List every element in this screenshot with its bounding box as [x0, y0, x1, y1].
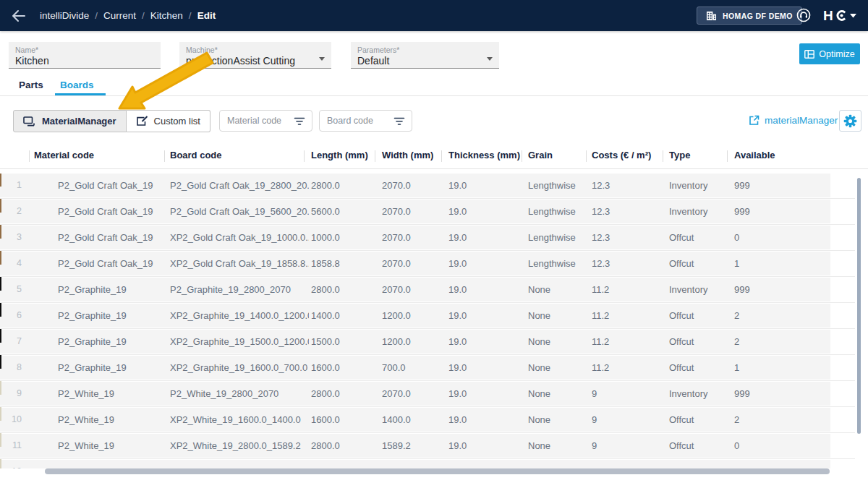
top-bar: intelliDivide / Current / Kitchen / Edit… — [0, 0, 868, 31]
table-row[interactable]: 11 P2_White_19 XP2_White_19_2800.0_1589.… — [0, 434, 830, 460]
material-code-filter[interactable] — [219, 110, 312, 132]
cell-board-code: P2_White_19_2800_2070 — [170, 382, 309, 406]
table-row[interactable]: 3 P2_Gold Craft Oak_19 XP2_Gold Craft Oa… — [0, 226, 830, 252]
cell-costs: 9 — [592, 408, 658, 432]
cell-board-code: XP2_White_19_1600.0_1400.0 — [170, 408, 309, 432]
name-input[interactable] — [9, 54, 161, 67]
breadcrumb-item[interactable]: Kitchen — [150, 10, 183, 21]
tab-boards[interactable]: Boards — [60, 80, 94, 90]
board-code-filter[interactable] — [319, 110, 412, 132]
back-arrow-icon[interactable] — [10, 7, 27, 25]
cell-grain: None — [528, 304, 587, 328]
cell-type: Offcut — [669, 304, 731, 328]
cell-costs: 11.2 — [592, 304, 658, 328]
cell-type: Offcut — [669, 330, 731, 354]
cell-width: 2070.0 — [382, 278, 443, 301]
cell-grain: Lengthwise — [528, 200, 587, 223]
cell-width: 2070.0 — [382, 382, 443, 406]
custom-list-toggle[interactable]: Custom list — [127, 110, 210, 132]
cell-length: 800.0 — [311, 460, 376, 468]
custom-list-toggle-label: Custom list — [154, 116, 200, 127]
cell-available: 2 — [734, 304, 821, 328]
vertical-scrollbar-thumb[interactable] — [857, 178, 861, 434]
cell-board-code: XP2_Graphite_19_1600.0_700.0 — [170, 356, 309, 380]
material-manager-toggle[interactable]: MaterialManager — [13, 110, 127, 132]
row-number: 5 — [0, 278, 22, 301]
material-code-filter-input[interactable] — [220, 111, 286, 131]
cell-width: 400.0 — [382, 460, 443, 468]
table-settings-button[interactable] — [839, 110, 861, 132]
table-row[interactable]: 9 P2_White_19 P2_White_19_2800_2070 2800… — [0, 382, 830, 408]
row-number: 9 — [0, 382, 22, 406]
table-row[interactable]: 2 P2_Gold Craft Oak_19 P2_Gold Craft Oak… — [0, 200, 830, 226]
table-row[interactable]: 10 P2_White_19 XP2_White_19_1600.0_1400.… — [0, 408, 830, 434]
cell-available: 999 — [734, 278, 821, 301]
cell-available: 1 — [734, 460, 821, 468]
cell-available: 999 — [734, 382, 821, 406]
cell-grain: None — [528, 460, 587, 468]
name-field[interactable]: Name* — [9, 42, 161, 69]
cell-thickness: 19.0 — [448, 174, 517, 197]
divider — [0, 95, 868, 96]
row-number: 4 — [0, 252, 22, 275]
table-row[interactable]: 7 P2_Graphite_19 XP2_Graphite_19_1500.0_… — [0, 330, 830, 356]
table-row[interactable]: 12 P2_White_19 XP2_White_19_800.0_400.0 … — [0, 460, 830, 468]
cell-material-code: P2_Graphite_19 — [58, 278, 163, 301]
edit-list-icon — [136, 116, 148, 127]
cell-available: 2 — [734, 330, 821, 354]
cell-grain: None — [528, 434, 587, 458]
cell-costs: 11.2 — [592, 356, 658, 380]
cell-type: Offcut — [669, 460, 731, 468]
external-link-icon — [749, 115, 760, 126]
cell-costs: 11.2 — [592, 278, 658, 301]
cell-length: 2800.0 — [311, 382, 376, 406]
account-menu[interactable]: H — [823, 7, 856, 25]
cell-costs: 11.2 — [592, 330, 658, 354]
row-number: 1 — [0, 174, 22, 197]
cell-thickness: 19.0 — [448, 200, 517, 223]
column-header-width: Width (mm) — [382, 150, 433, 160]
breadcrumb-item[interactable]: Current — [103, 10, 136, 21]
optimize-button[interactable]: Optimize — [799, 43, 860, 64]
cell-length: 2800.0 — [311, 174, 376, 197]
row-number: 11 — [0, 434, 22, 458]
cell-material-code: P2_White_19 — [58, 460, 163, 468]
material-manager-link[interactable]: materialManager — [749, 115, 838, 126]
cell-thickness: 19.0 — [448, 434, 517, 458]
cell-length: 2800.0 — [311, 278, 376, 301]
cell-thickness: 19.0 — [448, 382, 517, 406]
cell-length: 1858.8 — [311, 252, 376, 275]
horizontal-scrollbar-thumb[interactable] — [45, 468, 830, 474]
support-headset-icon[interactable] — [796, 7, 812, 23]
table-row[interactable]: 6 P2_Graphite_19 XP2_Graphite_19_1400.0_… — [0, 304, 830, 330]
cell-thickness: 19.0 — [448, 304, 517, 328]
organization-button[interactable]: HOMAG DF DEMO — [697, 7, 802, 25]
cell-costs: 9 — [592, 434, 658, 458]
table-row[interactable]: 5 P2_Graphite_19 P2_Graphite_19_2800_207… — [0, 278, 830, 304]
cell-thickness: 19.0 — [448, 226, 517, 249]
table-row[interactable]: 1 P2_Gold Craft Oak_19 P2_Gold Craft Oak… — [0, 174, 830, 200]
cell-material-code: P2_Graphite_19 — [58, 330, 163, 354]
cell-width: 2070.0 — [382, 174, 443, 197]
breadcrumb-separator: / — [95, 10, 98, 21]
breadcrumb-separator: / — [189, 10, 192, 21]
dropdown-caret-icon — [487, 57, 493, 61]
tab-parts[interactable]: Parts — [19, 80, 43, 90]
cell-type: Offcut — [669, 356, 731, 380]
cell-available: 999 — [734, 174, 821, 197]
parameters-select[interactable]: Parameters* Default — [351, 42, 499, 69]
cell-material-code: P2_White_19 — [58, 408, 163, 432]
cell-type: Inventory — [669, 278, 731, 301]
layout-icon — [804, 50, 814, 59]
cell-length: 2800.0 — [311, 434, 376, 458]
breadcrumb-item[interactable]: intelliDivide — [40, 10, 89, 21]
cell-thickness: 19.0 — [448, 252, 517, 275]
column-separator — [375, 150, 375, 162]
table-row[interactable]: 8 P2_Graphite_19 XP2_Graphite_19_1600.0_… — [0, 356, 830, 382]
dropdown-caret-icon — [319, 57, 325, 61]
table-row[interactable]: 4 P2_Gold Craft Oak_19 XP2_Gold Craft Oa… — [0, 252, 830, 278]
parameters-value: Default — [351, 54, 499, 67]
machine-select[interactable]: Machine* productionAssist Cutting — [179, 42, 331, 69]
cell-length: 1400.0 — [311, 304, 376, 328]
board-code-filter-input[interactable] — [320, 111, 386, 131]
